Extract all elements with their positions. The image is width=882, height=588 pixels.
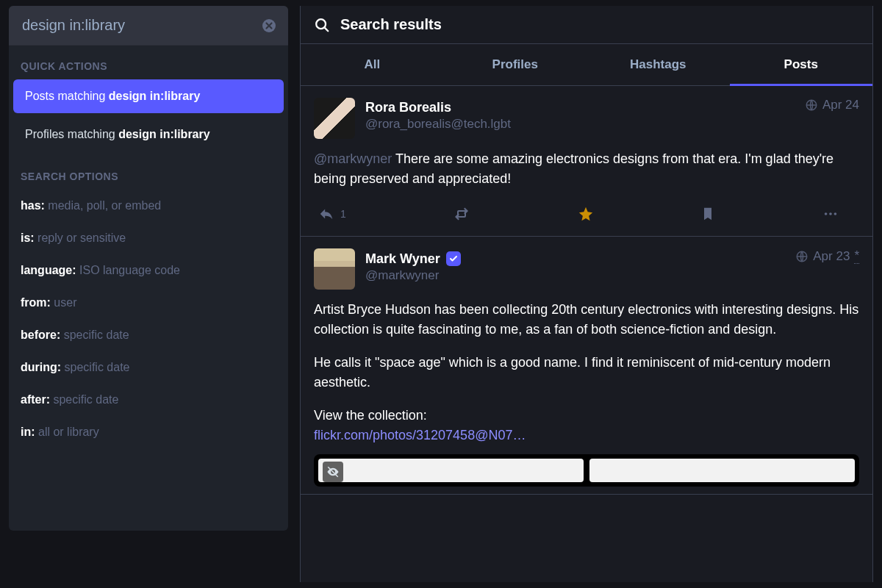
tab-hashtags[interactable]: Hashtags (587, 44, 730, 85)
qa-query: design in:library (109, 90, 200, 102)
quick-action-profiles[interactable]: Profiles matching design in:library (13, 118, 284, 151)
display-name[interactable]: Mark Wyner (365, 251, 440, 267)
check-icon (449, 254, 458, 263)
edited-marker: * (854, 248, 859, 264)
external-link[interactable]: flickr.com/photos/31207458@N07… (314, 428, 526, 442)
post-body: @markwyner There are some amazing electr… (314, 149, 859, 189)
search-option-language[interactable]: language: ISO language code (9, 254, 288, 287)
clear-search-button[interactable] (262, 18, 276, 33)
post[interactable]: Mark Wyner Apr 23 * @markwyner (301, 237, 872, 495)
boost-icon (453, 205, 470, 223)
more-button[interactable] (822, 206, 839, 222)
svg-line-2 (325, 27, 329, 31)
display-name[interactable]: Rora Borealis (365, 100, 451, 115)
tab-profiles[interactable]: Profiles (444, 44, 587, 85)
search-option-in[interactable]: in: all or library (9, 416, 288, 448)
media-gallery[interactable] (314, 454, 859, 487)
post-timestamp[interactable]: Apr 24 (805, 98, 859, 112)
eye-slash-icon (326, 465, 340, 478)
search-option-is[interactable]: is: reply or sensitive (9, 222, 288, 254)
globe-icon (795, 250, 808, 263)
qa-query: design in:library (118, 128, 209, 140)
search-sidebar: QUICK ACTIONS Posts matching design in:l… (9, 6, 288, 531)
search-options-label: SEARCH OPTIONS (9, 156, 288, 190)
tab-posts[interactable]: Posts (730, 44, 873, 85)
bookmark-button[interactable] (700, 206, 715, 222)
verified-badge (446, 251, 461, 266)
search-option-from[interactable]: from: user (9, 287, 288, 319)
quick-action-posts[interactable]: Posts matching design in:library (13, 79, 284, 113)
page-title: Search results (340, 16, 442, 33)
reply-count: 1 (340, 208, 346, 220)
tab-all[interactable]: All (301, 44, 444, 85)
results-feed: Rora Borealis Apr 24 @rora_borealis@tech… (301, 86, 872, 582)
svg-point-5 (829, 212, 832, 215)
handle[interactable]: @rora_borealis@tech.lgbt (365, 117, 859, 132)
media-thumbnail[interactable] (318, 459, 584, 482)
qa-prefix: Posts matching (25, 90, 109, 102)
post-timestamp[interactable]: Apr 23 * (795, 248, 859, 264)
results-column: Search results All Profiles Hashtags Pos… (300, 6, 873, 582)
search-option-before[interactable]: before: specific date (9, 319, 288, 351)
search-option-has[interactable]: has: media, poll, or embed (9, 190, 288, 222)
avatar[interactable] (314, 98, 355, 139)
media-thumbnail[interactable] (589, 459, 855, 482)
quick-actions-label: QUICK ACTIONS (9, 46, 288, 79)
post[interactable]: Rora Borealis Apr 24 @rora_borealis@tech… (301, 86, 872, 237)
avatar[interactable] (314, 248, 355, 290)
reply-button[interactable]: 1 (318, 206, 346, 222)
search-option-during[interactable]: during: specific date (9, 351, 288, 384)
search-icon (314, 17, 330, 33)
star-icon (578, 206, 594, 222)
result-tabs: All Profiles Hashtags Posts (301, 44, 872, 86)
post-actions: 1 (314, 198, 843, 229)
globe-icon (805, 98, 818, 112)
favorite-button[interactable] (578, 206, 594, 222)
handle[interactable]: @markwyner (365, 268, 859, 283)
reply-icon (318, 206, 334, 222)
toggle-media-visibility[interactable] (323, 462, 343, 482)
clear-icon (262, 18, 276, 33)
results-header: Search results (301, 6, 872, 44)
search-input[interactable] (21, 16, 262, 35)
svg-point-4 (825, 212, 828, 215)
boost-button[interactable] (453, 205, 470, 223)
svg-point-6 (834, 212, 837, 215)
search-field-container (9, 6, 288, 46)
post-body: Artist Bryce Hudson has been collecting … (314, 300, 859, 445)
mention[interactable]: @markwyner (314, 151, 392, 166)
bookmark-icon (700, 206, 715, 222)
search-option-after[interactable]: after: specific date (9, 384, 288, 416)
ellipsis-icon (822, 206, 839, 222)
qa-prefix: Profiles matching (25, 128, 118, 140)
